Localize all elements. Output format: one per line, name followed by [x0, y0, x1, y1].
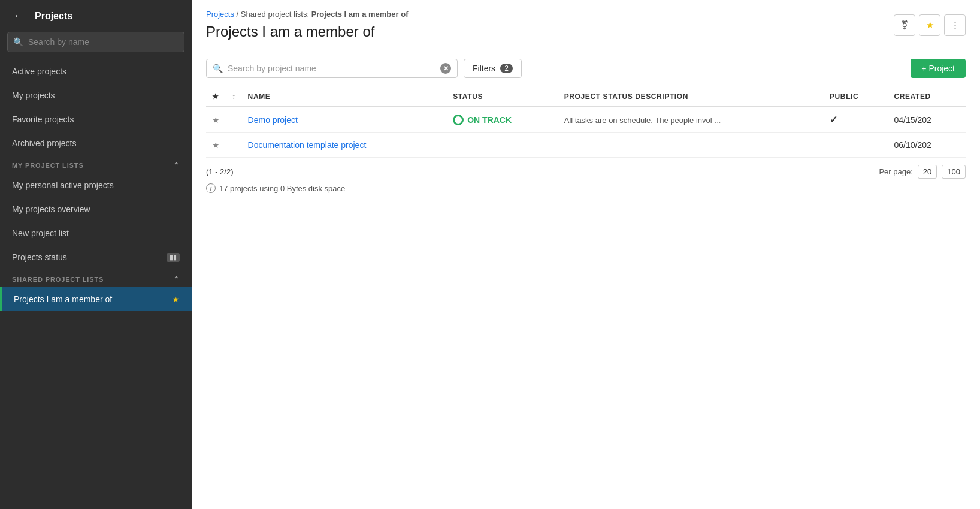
sidebar-item-my-personal-active[interactable]: My personal active projects — [0, 173, 192, 197]
filters-label: Filters — [473, 64, 495, 73]
star-icon-active: ★ — [172, 294, 180, 304]
row-status-1: ON TRACK — [447, 106, 558, 133]
page-title: Projects I am a member of — [206, 23, 408, 40]
add-project-button[interactable]: + Project — [911, 59, 966, 78]
public-checkmark-1: ✓ — [830, 115, 837, 125]
share-button[interactable]: ⚧ — [894, 14, 915, 36]
sidebar-search-container: 🔍 — [7, 32, 184, 52]
star-button[interactable]: ★ — [919, 14, 940, 36]
per-page-container: Per page: 20 100 — [879, 165, 966, 179]
sidebar-header: ← Projects — [0, 0, 192, 32]
sidebar-item-projects-member-of[interactable]: Projects I am a member of ★ — [0, 287, 192, 311]
shared-project-lists-chevron[interactable]: ⌃ — [173, 275, 180, 284]
projects-status-badge: ▮▮ — [167, 253, 180, 262]
info-icon: i — [206, 183, 216, 193]
sidebar-item-new-project-list[interactable]: New project list — [0, 221, 192, 245]
col-public: PUBLIC — [824, 88, 888, 106]
sidebar-item-projects-status[interactable]: Projects status ▮▮ — [0, 245, 192, 269]
sidebar-item-active-projects[interactable]: Active projects — [0, 59, 192, 83]
sidebar: ← Projects 🔍 Active projects My projects… — [0, 0, 192, 509]
col-sort: ↕ — [226, 88, 242, 106]
status-label-1: ON TRACK — [467, 115, 512, 125]
row-created-2: 06/10/202 — [888, 133, 966, 158]
row-name-1: Demo project — [242, 106, 447, 133]
main-content: Projects / Shared project lists: Project… — [192, 0, 980, 509]
col-status: STATUS — [447, 88, 558, 106]
row-desc-1: All tasks are on schedule. The people in… — [558, 106, 824, 133]
content-area: 🔍 ✕ Filters 2 + Project ★ ↕ NAME STATUS … — [192, 49, 980, 509]
project-link-1[interactable]: Demo project — [248, 115, 298, 125]
table-row: ★ Documentation template project 06/10/2… — [206, 133, 966, 158]
status-circle-1 — [453, 115, 464, 125]
row-public-2 — [824, 133, 888, 158]
col-description: PROJECT STATUS DESCRIPTION — [558, 88, 824, 106]
pagination-info: (1 - 2/2) — [206, 167, 234, 176]
shared-project-lists-section-header: SHARED PROJECT LISTS ⌃ — [0, 269, 192, 287]
my-project-lists-section-header: MY PROJECT LISTS ⌃ — [0, 155, 192, 173]
per-page-20[interactable]: 20 — [918, 165, 937, 179]
status-more-1[interactable]: ... — [715, 116, 721, 125]
filters-count-badge: 2 — [500, 64, 513, 73]
header-actions: ⚧ ★ ⋮ — [894, 14, 966, 36]
sidebar-item-my-projects[interactable]: My projects — [0, 83, 192, 107]
sidebar-item-archived-projects[interactable]: Archived projects — [0, 131, 192, 155]
row-sort-1 — [226, 106, 242, 133]
sidebar-title: Projects — [35, 11, 72, 22]
sidebar-item-favorite-projects[interactable]: Favorite projects — [0, 107, 192, 131]
disk-info: i 17 projects using 0 Bytes disk space — [206, 183, 966, 193]
main-header: Projects / Shared project lists: Project… — [192, 0, 980, 49]
more-button[interactable]: ⋮ — [944, 14, 966, 36]
row-sort-2 — [226, 133, 242, 158]
row-star-2[interactable]: ★ — [206, 133, 226, 158]
breadcrumb: Projects / Shared project lists: Project… — [206, 10, 408, 19]
search-icon: 🔍 — [13, 37, 23, 47]
project-table: ★ ↕ NAME STATUS PROJECT STATUS DESCRIPTI… — [206, 88, 966, 158]
row-public-1: ✓ — [824, 106, 888, 133]
star-icon: ★ — [926, 20, 934, 31]
search-icon: 🔍 — [213, 64, 223, 73]
toolbar: 🔍 ✕ Filters 2 + Project — [206, 59, 966, 78]
page-title-row: Projects / Shared project lists: Project… — [206, 10, 966, 49]
filters-button[interactable]: Filters 2 — [464, 59, 522, 78]
col-star: ★ — [206, 88, 226, 106]
row-star-1[interactable]: ★ — [206, 106, 226, 133]
table-footer: (1 - 2/2) Per page: 20 100 — [206, 165, 966, 179]
sidebar-search-input[interactable] — [7, 32, 184, 52]
per-page-100[interactable]: 100 — [942, 165, 966, 179]
row-desc-2 — [558, 133, 824, 158]
search-box: 🔍 ✕ — [206, 59, 458, 78]
col-name[interactable]: NAME — [242, 88, 447, 106]
more-icon: ⋮ — [951, 20, 960, 31]
table-head: ★ ↕ NAME STATUS PROJECT STATUS DESCRIPTI… — [206, 88, 966, 106]
project-search-input[interactable] — [228, 64, 435, 73]
share-icon: ⚧ — [901, 20, 909, 31]
table-body: ★ Demo project ON TRACK All tasks are on… — [206, 106, 966, 158]
project-link-2[interactable]: Documentation template project — [248, 140, 367, 150]
status-description-1: All tasks are on schedule. The people in… — [564, 116, 712, 125]
col-created: CREATED — [888, 88, 966, 106]
row-status-2 — [447, 133, 558, 158]
back-button[interactable]: ← — [10, 8, 28, 23]
breadcrumb-projects-link[interactable]: Projects — [206, 10, 234, 19]
disk-info-text: 17 projects using 0 Bytes disk space — [219, 184, 345, 193]
row-name-2: Documentation template project — [242, 133, 447, 158]
table-row: ★ Demo project ON TRACK All tasks are on… — [206, 106, 966, 133]
my-project-lists-chevron[interactable]: ⌃ — [173, 161, 180, 170]
sidebar-item-my-projects-overview[interactable]: My projects overview — [0, 197, 192, 221]
row-created-1: 04/15/202 — [888, 106, 966, 133]
search-clear-button[interactable]: ✕ — [440, 63, 451, 74]
per-page-label: Per page: — [879, 167, 912, 176]
